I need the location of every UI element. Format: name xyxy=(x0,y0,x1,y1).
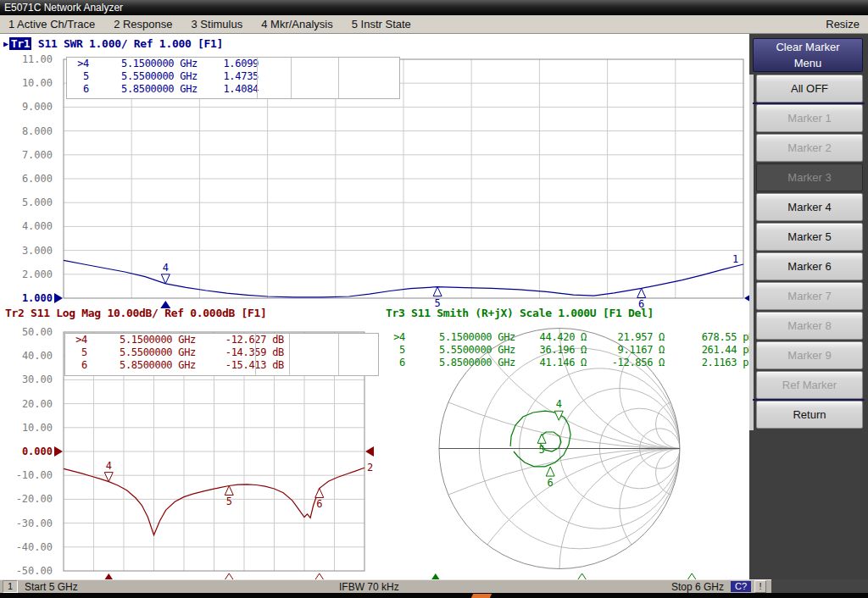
channel-number-box: 1 xyxy=(3,580,18,593)
ifbw-label: IFBW 70 kHz xyxy=(339,581,399,593)
menu-items: 1 Active Ch/Trace2 Response3 Stimulus4 M… xyxy=(8,18,411,30)
softkey-return[interactable]: Return xyxy=(756,401,863,429)
stop-frequency-label: Stop 6 GHz xyxy=(671,581,724,593)
menu-item-2[interactable]: 2 Response xyxy=(114,18,172,30)
alert-indicator: ! xyxy=(754,580,766,593)
menu-bar: 1 Active Ch/Trace2 Response3 Stimulus4 M… xyxy=(0,15,868,34)
window-bottom-edge xyxy=(0,593,868,598)
menu-resize[interactable]: Resize xyxy=(826,18,860,30)
menu-item-1[interactable]: 1 Active Ch/Trace xyxy=(8,18,95,30)
softkey-all-off[interactable]: All OFF xyxy=(756,75,863,102)
statusbar-filler xyxy=(771,579,868,593)
softkey-scroll-strip[interactable] xyxy=(749,75,754,430)
softkey-header-line1: Clear Marker xyxy=(754,39,862,55)
lcd-display xyxy=(0,34,749,579)
softkey-marker-9: Marker 9 xyxy=(756,341,863,369)
softkey-marker-6[interactable]: Marker 6 xyxy=(756,252,863,280)
softkey-menu-header: Clear Marker Menu xyxy=(753,38,863,72)
menu-item-4[interactable]: 4 Mkr/Analysis xyxy=(261,18,333,30)
start-frequency-label: Start 5 GHz xyxy=(25,581,78,593)
menu-item-5[interactable]: 5 Instr State xyxy=(352,18,411,30)
softkey-marker-7: Marker 7 xyxy=(756,282,863,310)
softkey-marker-2: Marker 2 xyxy=(756,134,863,162)
status-bar: 1 Start 5 GHz IFBW 70 kHz Stop 6 GHz C? … xyxy=(0,579,771,593)
softkey-marker-5[interactable]: Marker 5 xyxy=(756,223,863,251)
softkey-marker-4[interactable]: Marker 4 xyxy=(756,193,863,221)
correction-badge: C? xyxy=(731,581,751,592)
window-title: E5071C Network Analyzer xyxy=(4,2,123,14)
softkey-marker-1: Marker 1 xyxy=(756,104,863,132)
title-bar[interactable]: E5071C Network Analyzer xyxy=(0,0,868,15)
softkey-marker-3[interactable]: Marker 3 xyxy=(756,163,863,191)
taskbar-peek-accent xyxy=(471,594,492,598)
softkey-ref-marker: Ref Marker xyxy=(756,371,863,399)
softkey-header-line2: Menu xyxy=(754,55,862,71)
softkey-marker-8: Marker 8 xyxy=(756,312,863,340)
softkey-panel: Clear Marker Menu All OFFMarker 1Marker … xyxy=(749,34,868,593)
menu-item-3[interactable]: 3 Stimulus xyxy=(192,18,243,30)
app-window: E5071C Network Analyzer 1 Active Ch/Trac… xyxy=(0,0,868,598)
